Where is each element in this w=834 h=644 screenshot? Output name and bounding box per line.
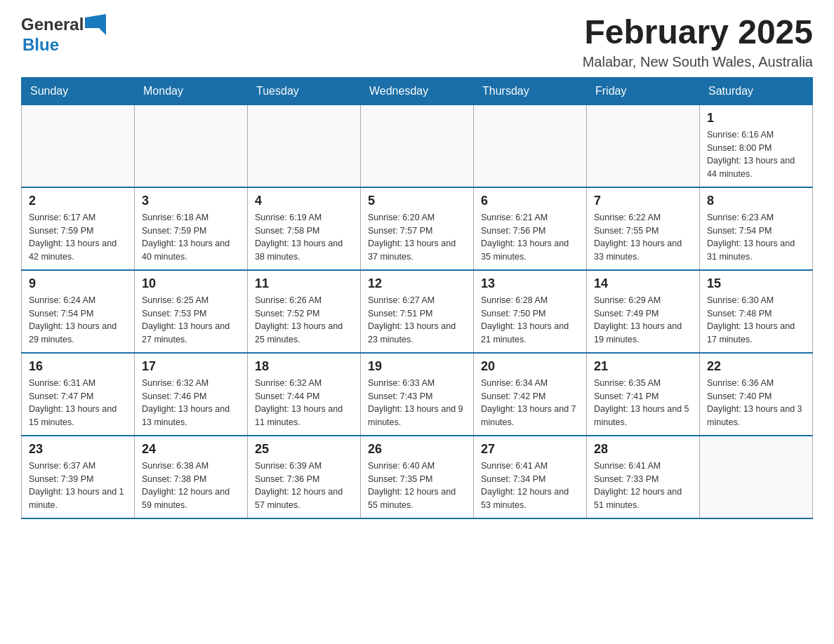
svg-marker-0 [85, 14, 106, 28]
day-info: Sunrise: 6:21 AM Sunset: 7:56 PM Dayligh… [481, 211, 579, 264]
day-number: 2 [29, 194, 127, 208]
day-number: 6 [481, 194, 579, 208]
day-info: Sunrise: 6:24 AM Sunset: 7:54 PM Dayligh… [29, 294, 127, 347]
calendar-cell: 26Sunrise: 6:40 AM Sunset: 7:35 PM Dayli… [361, 436, 474, 518]
day-info: Sunrise: 6:39 AM Sunset: 7:36 PM Dayligh… [255, 459, 353, 512]
day-number: 9 [29, 276, 127, 291]
calendar-cell: 2Sunrise: 6:17 AM Sunset: 7:59 PM Daylig… [22, 187, 135, 270]
day-info: Sunrise: 6:27 AM Sunset: 7:51 PM Dayligh… [368, 294, 466, 347]
day-header-sunday: Sunday [22, 77, 135, 105]
day-info: Sunrise: 6:37 AM Sunset: 7:39 PM Dayligh… [29, 459, 127, 512]
calendar-week-row: 2Sunrise: 6:17 AM Sunset: 7:59 PM Daylig… [22, 187, 813, 270]
header: General Blue February 2025 Malabar, New … [21, 14, 813, 70]
day-info: Sunrise: 6:31 AM Sunset: 7:47 PM Dayligh… [29, 377, 127, 429]
day-number: 24 [142, 442, 240, 457]
day-number: 4 [255, 194, 353, 208]
day-info: Sunrise: 6:23 AM Sunset: 7:54 PM Dayligh… [707, 211, 805, 264]
calendar-cell: 20Sunrise: 6:34 AM Sunset: 7:42 PM Dayli… [474, 353, 587, 436]
day-number: 27 [481, 442, 579, 457]
day-number: 5 [368, 194, 466, 208]
day-number: 12 [368, 276, 466, 291]
day-number: 15 [707, 276, 805, 291]
calendar-week-row: 1Sunrise: 6:16 AM Sunset: 8:00 PM Daylig… [22, 105, 813, 187]
day-number: 26 [368, 442, 466, 457]
day-info: Sunrise: 6:40 AM Sunset: 7:35 PM Dayligh… [368, 459, 466, 512]
day-info: Sunrise: 6:22 AM Sunset: 7:55 PM Dayligh… [594, 211, 692, 264]
calendar-header-row: SundayMondayTuesdayWednesdayThursdayFrid… [22, 77, 813, 105]
calendar-cell: 8Sunrise: 6:23 AM Sunset: 7:54 PM Daylig… [700, 187, 813, 270]
day-info: Sunrise: 6:29 AM Sunset: 7:49 PM Dayligh… [594, 294, 692, 347]
day-info: Sunrise: 6:38 AM Sunset: 7:38 PM Dayligh… [142, 459, 240, 512]
day-info: Sunrise: 6:30 AM Sunset: 7:48 PM Dayligh… [707, 294, 805, 347]
calendar-cell: 9Sunrise: 6:24 AM Sunset: 7:54 PM Daylig… [22, 270, 135, 353]
calendar-cell: 12Sunrise: 6:27 AM Sunset: 7:51 PM Dayli… [361, 270, 474, 353]
day-info: Sunrise: 6:17 AM Sunset: 7:59 PM Dayligh… [29, 211, 127, 264]
calendar-cell: 3Sunrise: 6:18 AM Sunset: 7:59 PM Daylig… [135, 187, 248, 270]
calendar-cell [22, 105, 135, 187]
day-info: Sunrise: 6:33 AM Sunset: 7:43 PM Dayligh… [368, 377, 466, 429]
day-number: 25 [255, 442, 353, 457]
calendar: SundayMondayTuesdayWednesdayThursdayFrid… [21, 77, 813, 519]
calendar-cell: 5Sunrise: 6:20 AM Sunset: 7:57 PM Daylig… [361, 187, 474, 270]
day-info: Sunrise: 6:18 AM Sunset: 7:59 PM Dayligh… [142, 211, 240, 264]
logo-blue-text: Blue [22, 35, 59, 54]
calendar-week-row: 23Sunrise: 6:37 AM Sunset: 7:39 PM Dayli… [22, 436, 813, 518]
day-header-saturday: Saturday [700, 77, 813, 105]
day-info: Sunrise: 6:32 AM Sunset: 7:44 PM Dayligh… [255, 377, 353, 429]
calendar-cell: 28Sunrise: 6:41 AM Sunset: 7:33 PM Dayli… [587, 436, 700, 518]
day-number: 23 [29, 442, 127, 457]
calendar-cell: 24Sunrise: 6:38 AM Sunset: 7:38 PM Dayli… [135, 436, 248, 518]
day-header-wednesday: Wednesday [361, 77, 474, 105]
calendar-cell: 18Sunrise: 6:32 AM Sunset: 7:44 PM Dayli… [248, 353, 361, 436]
day-number: 19 [368, 359, 466, 374]
calendar-cell: 17Sunrise: 6:32 AM Sunset: 7:46 PM Dayli… [135, 353, 248, 436]
day-info: Sunrise: 6:35 AM Sunset: 7:41 PM Dayligh… [594, 377, 692, 429]
day-info: Sunrise: 6:16 AM Sunset: 8:00 PM Dayligh… [707, 128, 805, 181]
calendar-cell [700, 436, 813, 518]
day-header-friday: Friday [587, 77, 700, 105]
calendar-cell: 23Sunrise: 6:37 AM Sunset: 7:39 PM Dayli… [22, 436, 135, 518]
calendar-cell: 1Sunrise: 6:16 AM Sunset: 8:00 PM Daylig… [700, 105, 813, 187]
day-info: Sunrise: 6:26 AM Sunset: 7:52 PM Dayligh… [255, 294, 353, 347]
calendar-week-row: 16Sunrise: 6:31 AM Sunset: 7:47 PM Dayli… [22, 353, 813, 436]
calendar-cell: 15Sunrise: 6:30 AM Sunset: 7:48 PM Dayli… [700, 270, 813, 353]
day-info: Sunrise: 6:32 AM Sunset: 7:46 PM Dayligh… [142, 377, 240, 429]
calendar-week-row: 9Sunrise: 6:24 AM Sunset: 7:54 PM Daylig… [22, 270, 813, 353]
day-number: 18 [255, 359, 353, 374]
subtitle: Malabar, New South Wales, Australia [583, 54, 813, 70]
day-number: 3 [142, 194, 240, 208]
day-number: 10 [142, 276, 240, 291]
day-header-tuesday: Tuesday [248, 77, 361, 105]
calendar-cell: 11Sunrise: 6:26 AM Sunset: 7:52 PM Dayli… [248, 270, 361, 353]
day-number: 11 [255, 276, 353, 291]
calendar-cell [248, 105, 361, 187]
day-info: Sunrise: 6:25 AM Sunset: 7:53 PM Dayligh… [142, 294, 240, 347]
day-number: 20 [481, 359, 579, 374]
day-number: 7 [594, 194, 692, 208]
calendar-cell [135, 105, 248, 187]
calendar-cell: 16Sunrise: 6:31 AM Sunset: 7:47 PM Dayli… [22, 353, 135, 436]
svg-marker-1 [99, 28, 106, 35]
day-number: 21 [594, 359, 692, 374]
calendar-cell: 14Sunrise: 6:29 AM Sunset: 7:49 PM Dayli… [587, 270, 700, 353]
calendar-cell: 7Sunrise: 6:22 AM Sunset: 7:55 PM Daylig… [587, 187, 700, 270]
logo-general-text: General [21, 15, 84, 34]
day-number: 14 [594, 276, 692, 291]
day-number: 8 [707, 194, 805, 208]
calendar-cell: 13Sunrise: 6:28 AM Sunset: 7:50 PM Dayli… [474, 270, 587, 353]
calendar-cell: 4Sunrise: 6:19 AM Sunset: 7:58 PM Daylig… [248, 187, 361, 270]
calendar-cell: 27Sunrise: 6:41 AM Sunset: 7:34 PM Dayli… [474, 436, 587, 518]
calendar-cell: 25Sunrise: 6:39 AM Sunset: 7:36 PM Dayli… [248, 436, 361, 518]
calendar-cell [587, 105, 700, 187]
day-header-monday: Monday [135, 77, 248, 105]
calendar-cell: 21Sunrise: 6:35 AM Sunset: 7:41 PM Dayli… [587, 353, 700, 436]
calendar-cell: 19Sunrise: 6:33 AM Sunset: 7:43 PM Dayli… [361, 353, 474, 436]
day-info: Sunrise: 6:34 AM Sunset: 7:42 PM Dayligh… [481, 377, 579, 429]
day-info: Sunrise: 6:19 AM Sunset: 7:58 PM Dayligh… [255, 211, 353, 264]
day-info: Sunrise: 6:36 AM Sunset: 7:40 PM Dayligh… [707, 377, 805, 429]
page-title: February 2025 [583, 14, 813, 51]
calendar-cell [361, 105, 474, 187]
calendar-cell: 6Sunrise: 6:21 AM Sunset: 7:56 PM Daylig… [474, 187, 587, 270]
day-number: 16 [29, 359, 127, 374]
day-info: Sunrise: 6:41 AM Sunset: 7:34 PM Dayligh… [481, 459, 579, 512]
